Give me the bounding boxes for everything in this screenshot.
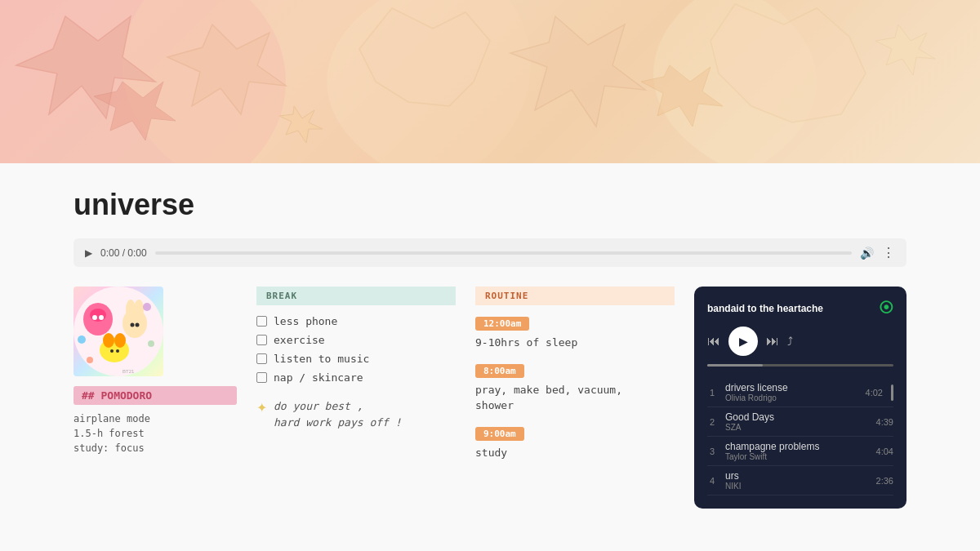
star-sparkle-icon: ✦ bbox=[256, 400, 267, 415]
svg-point-13 bbox=[136, 323, 140, 327]
routine-text-1: 9-10hrs of sleep bbox=[475, 335, 675, 351]
track-item-4[interactable]: 4 urs NIKI 2:36 bbox=[707, 466, 893, 495]
play-button[interactable]: ▶ bbox=[85, 247, 92, 259]
audio-progress-bar[interactable] bbox=[155, 251, 852, 255]
pomodoro-column: BT21 ## POMODORO airplane mode 1.5-h for… bbox=[74, 287, 237, 457]
checklist-label-2: exercise bbox=[274, 334, 325, 346]
time-display: 0:00 / 0:00 bbox=[100, 247, 147, 259]
spotify-skip-back-icon[interactable]: ⏮ bbox=[707, 334, 720, 349]
track-name-2: Good Days bbox=[725, 411, 868, 423]
track-duration-4: 2:36 bbox=[876, 476, 893, 486]
track-artist-1: Olivia Rodrigo bbox=[725, 393, 858, 402]
checklist-item-4: nap / skincare bbox=[256, 371, 456, 384]
track-info-4: urs NIKI bbox=[725, 470, 868, 491]
volume-icon[interactable]: 🔊 bbox=[860, 247, 874, 260]
routine-block-3: 9:00am study bbox=[475, 425, 675, 461]
track-name-1: drivers license bbox=[725, 382, 858, 393]
svg-point-20 bbox=[148, 340, 154, 347]
svg-point-15 bbox=[103, 333, 114, 348]
track-number-1: 1 bbox=[707, 388, 717, 398]
banner-image bbox=[0, 0, 980, 163]
track-number-4: 4 bbox=[707, 476, 717, 486]
track-info-1: drivers license Olivia Rodrigo bbox=[725, 382, 858, 402]
page-title: universe bbox=[74, 188, 906, 222]
routine-text-2: pray, make bed, vacuum,shower bbox=[475, 382, 675, 414]
track-item-2[interactable]: 2 Good Days SZA 4:39 bbox=[707, 407, 893, 437]
checklist-label-4: nap / skincare bbox=[274, 371, 363, 384]
track-artist-3: Taylor Swift bbox=[725, 452, 868, 461]
track-name-4: urs bbox=[725, 470, 868, 482]
track-duration-1: 4:02 bbox=[866, 388, 883, 398]
spotify-play-button[interactable]: ▶ bbox=[728, 327, 758, 356]
pomodoro-label: ## POMODORO bbox=[74, 386, 237, 405]
spotify-skip-forward-icon[interactable]: ⏭ bbox=[766, 334, 779, 349]
track-info-2: Good Days SZA bbox=[725, 411, 868, 432]
time-badge-2: 8:00am bbox=[475, 364, 524, 378]
quote-text: do your best ,hard work pays off ! bbox=[274, 398, 402, 430]
spotify-song-title: bandaid to the heartache bbox=[707, 303, 823, 314]
checkbox-3[interactable] bbox=[256, 353, 267, 364]
track-duration-3: 4:04 bbox=[876, 447, 893, 456]
spotify-progress-fill bbox=[707, 364, 763, 367]
svg-point-8 bbox=[99, 315, 104, 320]
svg-point-16 bbox=[114, 333, 126, 348]
track-item-1[interactable]: 1 drivers license Olivia Rodrigo 4:02 bbox=[707, 378, 893, 407]
bottom-section: BT21 ## POMODORO airplane mode 1.5-h for… bbox=[74, 287, 906, 509]
track-name-3: champagne problems bbox=[725, 441, 868, 452]
track-number-2: 2 bbox=[707, 417, 717, 427]
routine-text-3: study bbox=[475, 445, 675, 461]
svg-point-7 bbox=[92, 315, 97, 320]
track-item-3[interactable]: 3 champagne problems Taylor Swift 4:04 bbox=[707, 437, 893, 466]
svg-point-4 bbox=[74, 287, 163, 376]
routine-block-2: 8:00am pray, make bed, vacuum,shower bbox=[475, 362, 675, 414]
svg-point-18 bbox=[116, 349, 119, 353]
pomodoro-item-2: 1.5-h forest bbox=[74, 428, 237, 439]
spotify-progress-bar[interactable] bbox=[707, 364, 893, 367]
break-header: BREAK bbox=[256, 287, 456, 305]
svg-point-17 bbox=[110, 349, 114, 353]
svg-point-6 bbox=[90, 309, 106, 322]
break-column: BREAK less phone exercise listen to musi… bbox=[256, 287, 456, 430]
routine-header: ROUTINE bbox=[475, 287, 675, 305]
pomodoro-item-1: airplane mode bbox=[74, 413, 237, 424]
spotify-controls[interactable]: ⏮ ▶ ⏭ ⤴ bbox=[707, 327, 893, 356]
track-number-3: 3 bbox=[707, 447, 717, 456]
checkbox-1[interactable] bbox=[256, 316, 267, 327]
spotify-share-icon[interactable]: ⤴ bbox=[787, 335, 793, 348]
checklist-item-2: exercise bbox=[256, 334, 456, 346]
routine-column: ROUTINE 12:00am 9-10hrs of sleep 8:00am … bbox=[475, 287, 675, 472]
svg-point-21 bbox=[87, 357, 93, 363]
track-artist-4: NIKI bbox=[725, 482, 868, 491]
spotify-logo-icon: ⦿ bbox=[879, 300, 893, 317]
track-list: 1 drivers license Olivia Rodrigo 4:02 2 … bbox=[707, 378, 893, 495]
svg-point-12 bbox=[131, 323, 135, 327]
checkbox-2[interactable] bbox=[256, 335, 267, 345]
avatar-image: BT21 bbox=[74, 287, 163, 376]
checklist-item-3: listen to music bbox=[256, 353, 456, 365]
track-playing-indicator-1 bbox=[891, 384, 893, 401]
checklist-label-3: listen to music bbox=[274, 353, 369, 365]
spotify-player: bandaid to the heartache ⦿ ⏮ ▶ ⏭ ⤴ 1 dri… bbox=[694, 287, 906, 509]
routine-block-1: 12:00am 9-10hrs of sleep bbox=[475, 315, 675, 351]
checklist-item-1: less phone bbox=[256, 315, 456, 327]
more-options-icon[interactable]: ⋮ bbox=[882, 245, 895, 260]
svg-point-11 bbox=[134, 300, 144, 319]
svg-text:BT21: BT21 bbox=[122, 369, 135, 374]
audio-player[interactable]: ▶ 0:00 / 0:00 🔊 ⋮ bbox=[74, 238, 906, 267]
time-badge-1: 12:00am bbox=[475, 317, 529, 331]
track-artist-2: SZA bbox=[725, 423, 868, 432]
track-duration-2: 4:39 bbox=[876, 417, 893, 427]
motivational-quote: ✦ do your best ,hard work pays off ! bbox=[256, 398, 456, 430]
pomodoro-item-3: study: focus bbox=[74, 442, 237, 454]
time-badge-3: 9:00am bbox=[475, 427, 524, 441]
svg-point-22 bbox=[143, 303, 151, 311]
checkbox-4[interactable] bbox=[256, 372, 267, 383]
main-content: universe ▶ 0:00 / 0:00 🔊 ⋮ bbox=[41, 163, 939, 541]
track-info-3: champagne problems Taylor Swift bbox=[725, 441, 868, 461]
checklist-label-1: less phone bbox=[274, 315, 337, 327]
svg-point-19 bbox=[78, 335, 86, 344]
spotify-header: bandaid to the heartache ⦿ bbox=[707, 300, 893, 317]
